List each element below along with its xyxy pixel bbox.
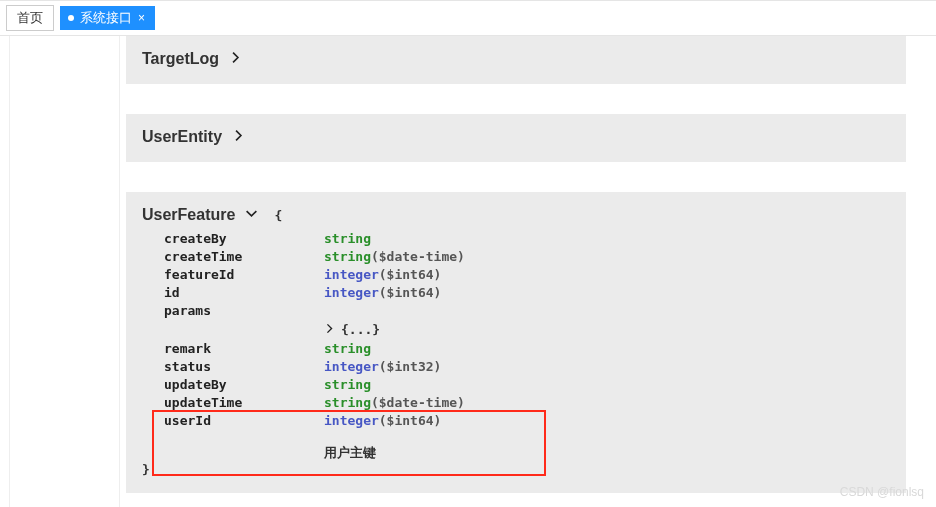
field-remark: remarkstring [164,340,892,358]
tab-system-api[interactable]: 系统接口 × [60,6,155,30]
field-createBy: createBystring [164,230,892,248]
model-userentity[interactable]: UserEntity [126,114,906,162]
tab-dirty-dot-icon [68,15,74,21]
sidebar-placeholder [10,36,120,507]
model-userfeature-header[interactable]: UserFeature { [140,202,892,228]
tab-close-icon[interactable]: × [138,11,145,25]
chevron-right-icon [324,320,335,340]
tab-system-api-label: 系统接口 [80,9,132,27]
field-userId-desc: 用户主键 [164,444,892,462]
left-gutter [0,36,10,507]
tab-home[interactable]: 首页 [6,5,54,31]
field-featureId: featureIdinteger($int64) [164,266,892,284]
field-params: params [164,302,892,320]
model-userfeature: UserFeature { createBystring createTimes… [126,192,906,493]
model-targetlog-name: TargetLog [142,50,219,68]
field-createTime: createTimestring($date-time) [164,248,892,266]
models-panel: TargetLog UserEntity UserFeatu [126,36,906,507]
tab-home-label: 首页 [17,10,43,25]
chevron-right-icon [229,51,242,67]
tab-bar: 首页 系统接口 × [0,0,936,36]
field-params-nested[interactable]: {...} [164,320,892,340]
brace-close: } [142,462,892,477]
model-targetlog[interactable]: TargetLog [126,36,906,84]
model-userentity-name: UserEntity [142,128,222,146]
field-updateBy: updateBystring [164,376,892,394]
model-userfeature-name: UserFeature [142,206,235,224]
chevron-right-icon [232,129,245,145]
brace-open: { [274,208,282,223]
watermark: CSDN @fionlsq [840,485,924,499]
field-updateTime: updateTimestring($date-time) [164,394,892,412]
field-id: idinteger($int64) [164,284,892,302]
field-status: statusinteger($int32) [164,358,892,376]
schema-body: createBystring createTimestring($date-ti… [140,230,892,462]
chevron-down-icon [245,207,258,223]
field-userId: userIdinteger($int64) [164,412,892,430]
nested-placeholder: {...} [341,320,380,340]
